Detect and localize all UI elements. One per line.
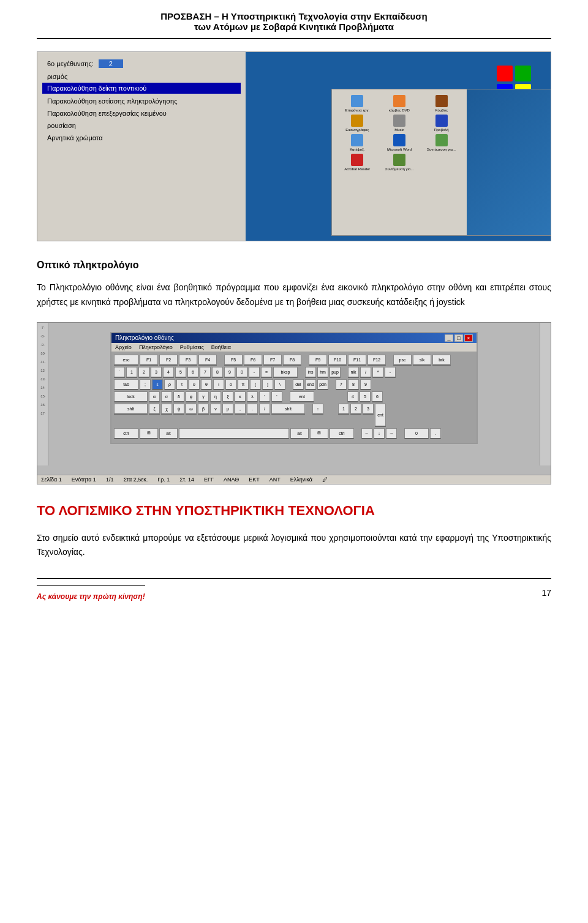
menu-item-estasis[interactable]: Παρακολούθηση εστίασης πληκτρολόγησης: [42, 95, 241, 107]
key-hm[interactable]: hm: [317, 367, 328, 378]
key-t[interactable]: τ: [176, 379, 187, 390]
key-num8[interactable]: 8: [348, 379, 359, 390]
key-q[interactable]: ;: [140, 379, 151, 390]
key-period[interactable]: .: [247, 404, 258, 415]
key-end[interactable]: end: [305, 379, 316, 390]
key-del[interactable]: del: [293, 379, 304, 390]
key-num0[interactable]: 0: [404, 428, 429, 439]
key-lwin[interactable]: ⊞: [140, 428, 158, 439]
key-left[interactable]: ←: [361, 428, 372, 439]
key-r[interactable]: ρ: [164, 379, 175, 390]
key-brk[interactable]: brk: [432, 355, 451, 366]
key-numslash[interactable]: /: [360, 367, 371, 378]
key-enter[interactable]: ent: [290, 391, 314, 402]
key-psc[interactable]: psc: [393, 355, 412, 366]
menu-item-rousiasi[interactable]: ρουσίαση: [42, 119, 241, 132]
menu-item-selected[interactable]: Παρακολούθηση δείκτη ποντικιού: [42, 83, 241, 94]
key-quote[interactable]: ': [271, 391, 282, 402]
key-f5[interactable]: F5: [224, 355, 243, 366]
key-9[interactable]: 9: [224, 367, 235, 378]
key-c[interactable]: ψ: [173, 404, 184, 415]
key-num7[interactable]: 7: [336, 379, 347, 390]
key-a[interactable]: α: [149, 391, 160, 402]
key-up[interactable]: ↑: [312, 404, 323, 415]
key-u[interactable]: θ: [201, 379, 212, 390]
key-h[interactable]: η: [210, 391, 221, 402]
key-rctrl[interactable]: ctrl: [330, 428, 354, 439]
key-lctrl[interactable]: ctrl: [114, 428, 138, 439]
key-ins[interactable]: ins: [305, 367, 316, 378]
kbd-menu-keyboard[interactable]: Πληκτρολόγιο: [139, 344, 173, 350]
kbd-maximize-btn[interactable]: □: [454, 334, 463, 342]
key-comma[interactable]: ,: [235, 404, 246, 415]
key-numenter[interactable]: ent: [375, 404, 386, 427]
key-num1[interactable]: 1: [338, 404, 349, 415]
key-k[interactable]: κ: [235, 391, 246, 402]
key-backtick[interactable]: `: [114, 367, 125, 378]
key-3[interactable]: 3: [151, 367, 162, 378]
key-f3[interactable]: F3: [179, 355, 197, 366]
kbd-menu-file[interactable]: Αρχείο: [115, 344, 132, 350]
key-p[interactable]: π: [238, 379, 249, 390]
key-b[interactable]: β: [198, 404, 209, 415]
key-x[interactable]: χ: [161, 404, 172, 415]
key-f1[interactable]: F1: [140, 355, 158, 366]
key-f7[interactable]: F7: [263, 355, 282, 366]
kbd-minimize-btn[interactable]: _: [445, 334, 453, 342]
key-f11[interactable]: F11: [348, 355, 366, 366]
key-e[interactable]: ε: [152, 379, 163, 390]
key-slk[interactable]: slk: [413, 355, 431, 366]
key-esc[interactable]: esc: [114, 355, 138, 366]
key-bksp[interactable]: bksp: [273, 367, 298, 378]
key-7[interactable]: 7: [200, 367, 211, 378]
key-pup[interactable]: pup: [330, 367, 341, 378]
key-l[interactable]: λ: [247, 391, 258, 402]
key-f12[interactable]: F12: [368, 355, 386, 366]
key-num6[interactable]: 6: [372, 391, 383, 402]
key-equals[interactable]: =: [261, 367, 272, 378]
key-v[interactable]: ω: [186, 404, 197, 415]
key-g[interactable]: γ: [198, 391, 209, 402]
key-8[interactable]: 8: [212, 367, 223, 378]
key-f9[interactable]: F9: [309, 355, 327, 366]
key-down[interactable]: ↓: [374, 428, 385, 439]
key-i[interactable]: ι: [213, 379, 224, 390]
key-num9[interactable]: 9: [360, 379, 371, 390]
key-6[interactable]: 6: [187, 367, 198, 378]
key-num3[interactable]: 3: [363, 404, 374, 415]
key-s[interactable]: σ: [161, 391, 172, 402]
kbd-close-btn[interactable]: ×: [464, 334, 473, 342]
key-slash[interactable]: /: [259, 404, 270, 415]
key-numdot[interactable]: .: [430, 428, 441, 439]
key-f4[interactable]: F4: [198, 355, 217, 366]
key-lshift[interactable]: shlt: [114, 404, 148, 415]
key-right[interactable]: →: [386, 428, 397, 439]
key-space[interactable]: [179, 428, 289, 439]
key-lalt[interactable]: alt: [159, 428, 178, 439]
key-num5[interactable]: 5: [360, 391, 371, 402]
key-f10[interactable]: F10: [328, 355, 347, 366]
kbd-menu-help[interactable]: Βοήθεια: [211, 344, 231, 350]
key-0[interactable]: 0: [236, 367, 247, 378]
kbd-menu-settings[interactable]: Ρυθμίσεις: [180, 344, 204, 350]
key-minus[interactable]: -: [249, 367, 260, 378]
key-j[interactable]: ξ: [222, 391, 233, 402]
key-o[interactable]: ο: [225, 379, 236, 390]
menu-item-ρισμος[interactable]: ρισμός: [42, 70, 241, 83]
key-num2[interactable]: 2: [350, 404, 361, 415]
key-z[interactable]: ζ: [149, 404, 160, 415]
key-d[interactable]: δ: [173, 391, 184, 402]
key-f2[interactable]: F2: [159, 355, 178, 366]
key-num4[interactable]: 4: [347, 391, 358, 402]
key-rbracket[interactable]: ]: [262, 379, 273, 390]
key-numminus[interactable]: -: [385, 367, 396, 378]
menu-item-epeksergasias[interactable]: Παρακολούθηση επεξεργασίας κειμένου: [42, 107, 241, 119]
key-rshift[interactable]: shlt: [271, 404, 305, 415]
key-backslash[interactable]: \: [274, 379, 285, 390]
key-nlk[interactable]: nlk: [348, 367, 359, 378]
key-semicolon[interactable]: ': [259, 391, 270, 402]
key-m[interactable]: μ: [222, 404, 233, 415]
key-pdn[interactable]: pdn: [317, 379, 328, 390]
key-f[interactable]: φ: [186, 391, 197, 402]
key-tab[interactable]: tab: [114, 379, 138, 390]
